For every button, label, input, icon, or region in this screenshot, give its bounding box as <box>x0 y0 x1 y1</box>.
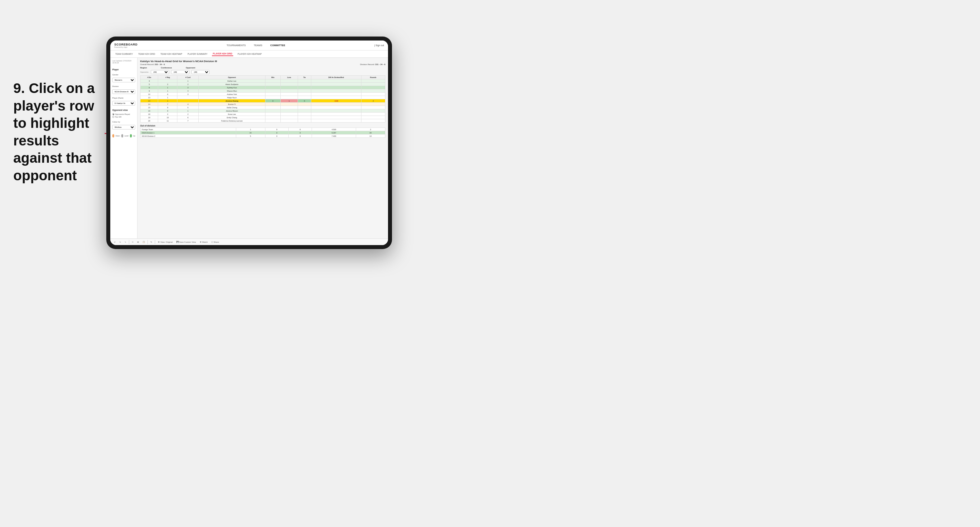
nav-teams[interactable]: TEAMS <box>253 43 264 48</box>
sidebar-division-select[interactable]: NCAA Division III <box>112 89 135 94</box>
opponent-label: Opponent <box>186 67 195 69</box>
toolbar-sep1 <box>129 240 129 244</box>
toolbar-view-original[interactable]: 👁 View: Original <box>157 241 174 243</box>
ood-row[interactable]: Foreign Team 1 0 0 4.500 2 <box>140 128 385 131</box>
cell-div: 14 <box>140 103 158 106</box>
sidebar-player-title: Player <box>112 68 135 71</box>
opponents-select[interactable]: (All) <box>151 70 169 74</box>
sub-nav-team-h2h-heatmap[interactable]: TEAM H2H HEATMAP <box>159 52 183 56</box>
table-row[interactable]: 19 10 6 Emily Chang <box>140 116 385 119</box>
radio-top100[interactable]: Top 100 <box>112 116 135 118</box>
cell-reg: 1 <box>158 89 177 93</box>
table-row[interactable]: 9 1 4 Sharon Mun <box>140 89 385 93</box>
table-row[interactable]: 3 1 Esther Lee <box>140 79 385 83</box>
ood-tie: 0 <box>288 131 312 135</box>
legend-up-label: Up <box>133 135 135 137</box>
toolbar-copy[interactable]: ⊞ <box>136 240 140 243</box>
sidebar-colour-by-select[interactable]: Win/loss <box>112 125 135 130</box>
ood-row[interactable]: NCAA Division 2 5 0 0 7.400 10 <box>140 135 385 138</box>
radio-label-2: Top 100 <box>115 116 122 118</box>
toolbar-save-custom[interactable]: 💾 Save Custom View <box>175 240 197 243</box>
cell-win <box>266 103 280 106</box>
cell-loss <box>280 83 298 86</box>
ood-rounds: 10 <box>356 135 385 138</box>
legend-down-circle <box>112 134 114 138</box>
cell-div: 9 <box>140 89 158 93</box>
table-row[interactable]: 10 6 3 Andrea York <box>140 93 385 96</box>
toolbar-refresh[interactable]: ↻ <box>150 240 153 243</box>
table-row-highlighted[interactable]: 13 1 Jessica Huang 0 1 0 -3.00 2 <box>140 99 385 103</box>
cell-conf: 3 <box>177 93 199 96</box>
cell-div: 13 <box>140 96 158 99</box>
table-row[interactable]: 5 2 2 Alexis Sudjianto <box>140 83 385 86</box>
sub-nav-player-h2h-heatmap[interactable]: PLAYER H2H HEATMAP <box>237 52 263 56</box>
region-filter-select[interactable]: (All) <box>171 70 189 74</box>
cell-opponent: Sharon Mun <box>198 89 265 93</box>
cell-win: 0 <box>266 99 280 103</box>
toolbar-share[interactable]: ⬡ Share <box>210 240 220 243</box>
cell-conf: 3 <box>177 86 199 89</box>
cell-tie <box>298 119 311 122</box>
cell-loss <box>280 116 298 119</box>
cell-loss <box>280 109 298 113</box>
cell-rounds <box>361 89 385 93</box>
table-row[interactable]: 16 9 1 Jessica Mason <box>140 109 385 113</box>
cell-rounds <box>361 96 385 99</box>
sidebar-player-rank-select[interactable]: 8. Katelyn Vo <box>112 101 135 106</box>
overall-record-value: 353 - 34 - 6 <box>154 63 165 65</box>
sidebar-gender-select[interactable]: Women's <box>112 78 135 83</box>
ood-row[interactable]: NAIA Division 1 15 0 0 9.267 30 <box>140 131 385 135</box>
toolbar-watch[interactable]: 👁 Watch <box>199 241 208 243</box>
cell-rounds <box>361 93 385 96</box>
cell-reg: 8 <box>158 106 177 109</box>
cell-opponent: Federica Domecq Lacroze <box>198 119 265 122</box>
legend-up-circle <box>130 134 132 138</box>
nav-tournaments[interactable]: TOURNAMENTS <box>225 43 247 48</box>
cell-reg: 9 <box>158 109 177 113</box>
view-original-label: View: Original <box>161 241 173 243</box>
toolbar: ↩ ↪ ⤷ ✂ ⊞ 📋 ↻ 👁 View: Original 💾 Save Cu… <box>110 238 388 245</box>
radio-opponents-played[interactable]: Opponents Played <box>112 113 135 115</box>
toolbar-forward[interactable]: ⤷ <box>124 240 127 243</box>
conference-filter-select[interactable]: (All) <box>191 70 210 74</box>
table-row[interactable]: 18 2 2 Euna Lee <box>140 113 385 116</box>
cell-win <box>266 93 280 96</box>
ood-table: Foreign Team 1 0 0 4.500 2 NAIA Division… <box>140 127 385 138</box>
cell-rounds <box>361 116 385 119</box>
table-row[interactable]: 13 1 Haejo Hyun <box>140 96 385 99</box>
cell-rounds <box>361 113 385 116</box>
table-row[interactable]: 6 1 3 Sydney Kuo <box>140 86 385 89</box>
cell-win <box>266 116 280 119</box>
toolbar-cut[interactable]: ✂ <box>131 240 135 243</box>
filter-conference-group: Conference <box>161 67 172 69</box>
region-label: Region <box>140 67 147 69</box>
cell-conf: 1 <box>177 109 199 113</box>
toolbar-paste[interactable]: 📋 <box>142 240 146 243</box>
cell-win <box>266 86 280 89</box>
cell-conf: 6 <box>177 116 199 119</box>
table-row[interactable]: 15 8 5 Stella Cheng <box>140 106 385 109</box>
ood-diff: 9.267 <box>312 131 356 135</box>
cell-div: 16 <box>140 109 158 113</box>
sub-nav-player-summary[interactable]: PLAYER SUMMARY <box>187 52 208 56</box>
signout-link[interactable]: Sign out <box>375 44 384 46</box>
sub-nav-team-summary[interactable]: TEAM SUMMARY <box>114 52 134 56</box>
nav-links: TOURNAMENTS TEAMS COMMITTEE <box>225 43 287 48</box>
sub-nav-team-h2h-grid[interactable]: TEAM H2H GRID <box>137 52 156 56</box>
cell-win <box>266 96 280 99</box>
division-record: Division Record: 331 - 34 - 6 <box>360 63 385 65</box>
ood-loss: 0 <box>265 128 288 131</box>
toolbar-redo[interactable]: ↪ <box>118 240 122 243</box>
sub-nav-player-h2h-grid[interactable]: PLAYER H2H GRID <box>212 52 234 56</box>
table-row[interactable]: 14 7 4 Eunice Yi <box>140 103 385 106</box>
table-row[interactable]: 20 11 7 Federica Domecq Lacroze <box>140 119 385 122</box>
cell-rounds <box>361 119 385 122</box>
cell-reg: 10 <box>158 116 177 119</box>
cell-opponent: Stella Cheng <box>198 106 265 109</box>
cell-tie <box>298 93 311 96</box>
cell-conf: 7 <box>177 119 199 122</box>
nav-committee[interactable]: COMMITTEE <box>269 43 287 48</box>
cell-opponent: Euna Lee <box>198 113 265 116</box>
cell-diff <box>311 83 361 86</box>
toolbar-undo[interactable]: ↩ <box>113 240 117 243</box>
